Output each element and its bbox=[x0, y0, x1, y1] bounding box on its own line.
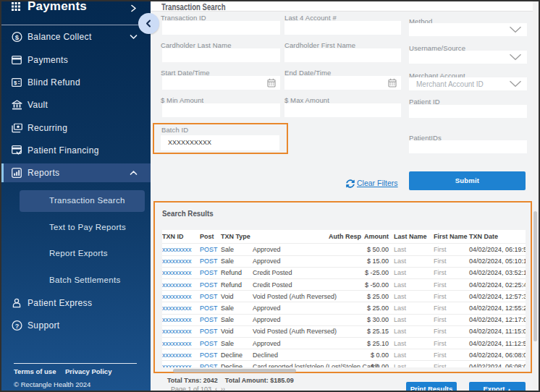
svg-text:$: $ bbox=[14, 80, 17, 86]
svg-text:$: $ bbox=[15, 33, 20, 41]
svg-text:?: ? bbox=[15, 323, 20, 330]
